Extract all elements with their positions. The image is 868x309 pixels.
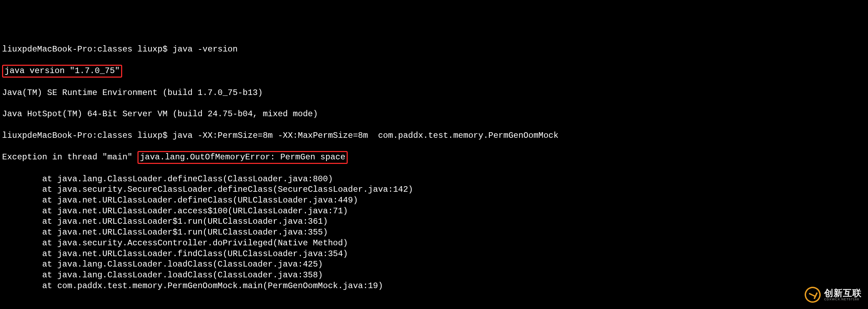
stack-line: at java.net.URLClassLoader$1.run(URLClas…: [2, 216, 866, 227]
stack-line: at java.lang.ClassLoader.loadClass(Class…: [2, 259, 866, 270]
terminal-line-cmd1: liuxpdeMacBook-Pro:classes liuxp$ java -…: [2, 44, 866, 55]
terminal-line-hotspot: Java HotSpot(TM) 64-Bit Server VM (build…: [2, 109, 866, 120]
watermark-main: 创新互联: [824, 288, 862, 298]
stack-line: at java.lang.ClassLoader.loadClass(Class…: [2, 270, 866, 281]
stack-line: at java.lang.ClassLoader.defineClass(Cla…: [2, 174, 866, 185]
watermark-text: 创新互联 CDXWCX.NET57168: [824, 288, 862, 301]
highlight-box-error: java.lang.OutOfMemoryError: PermGen spac…: [137, 151, 348, 164]
stack-line: at java.net.URLClassLoader.findClass(URL…: [2, 249, 866, 260]
terminal-line-exception: Exception in thread "main" java.lang.Out…: [2, 152, 866, 163]
watermark: 创新互联 CDXWCX.NET57168: [805, 287, 862, 303]
command-text: java -XX:PermSize=8m -XX:MaxPermSize=8m …: [173, 131, 559, 140]
watermark-logo-icon: [802, 284, 823, 305]
prompt: liuxpdeMacBook-Pro:classes liuxp$: [2, 45, 173, 54]
exception-prefix: Exception in thread "main": [2, 152, 137, 162]
prompt: liuxpdeMacBook-Pro:classes liuxp$: [2, 131, 173, 140]
terminal-line-version: java version "1.7.0_75": [2, 65, 866, 77]
terminal-line-runtime: Java(TM) SE Runtime Environment (build 1…: [2, 88, 866, 98]
stack-line: at java.net.URLClassLoader.defineClass(U…: [2, 195, 866, 206]
stack-line: at java.net.URLClassLoader.access$100(UR…: [2, 206, 866, 217]
stack-line: at com.paddx.test.memory.PermGenOomMock.…: [2, 281, 866, 292]
highlight-box-version: java version "1.7.0_75": [2, 65, 122, 78]
command-text: java -version: [173, 45, 238, 54]
stack-trace: at java.lang.ClassLoader.defineClass(Cla…: [2, 174, 866, 292]
stack-line: at java.security.SecureClassLoader.defin…: [2, 184, 866, 195]
watermark-sub: CDXWCX.NET57168: [824, 298, 862, 301]
terminal-line-cmd2: liuxpdeMacBook-Pro:classes liuxp$ java -…: [2, 130, 866, 141]
stack-line: at java.net.URLClassLoader$1.run(URLClas…: [2, 227, 866, 238]
stack-line: at java.security.AccessController.doPriv…: [2, 238, 866, 249]
